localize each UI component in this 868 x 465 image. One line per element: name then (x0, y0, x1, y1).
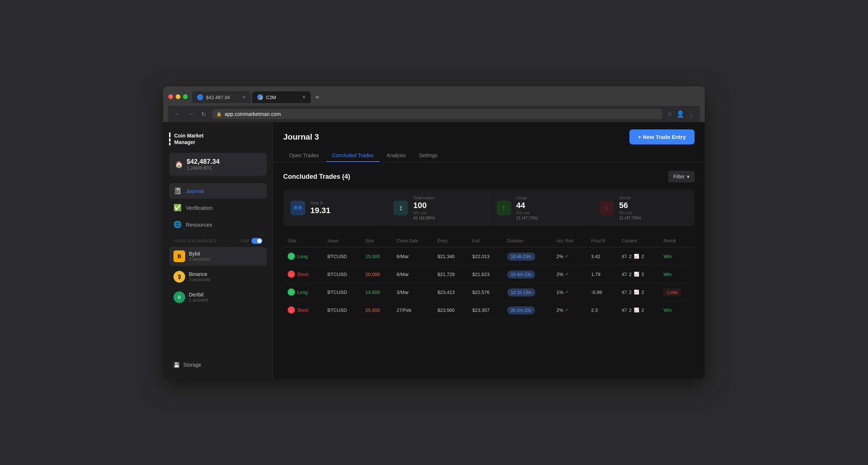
cell-result: Win (659, 247, 695, 265)
cell-result: Win (659, 265, 695, 283)
table-row[interactable]: ↓ Short BTCUSD 25,000 27/Feb $23,560 $23… (283, 301, 695, 319)
trades-table: Side Asset Size Close Date Entry Exit Du… (283, 235, 695, 319)
trades-icon: ↕ (393, 201, 408, 215)
nav-back-button[interactable]: ← (173, 109, 182, 119)
result-badge: Lose (663, 288, 681, 296)
cell-final-r: 2.3 (587, 301, 617, 319)
binance-info: Binance 3 accounts (189, 271, 210, 282)
nav-item-resources[interactable]: 🌐 Resources (169, 217, 267, 232)
rr-value: 19.31 (310, 206, 378, 215)
address-text: app.coinmarketman.com (225, 111, 281, 117)
table-row[interactable]: ↓ Short BTCUSD 20,000 6/Mar $21,729 $21,… (283, 265, 695, 283)
cell-result: Win (659, 301, 695, 319)
table-row[interactable]: ↑ Long BTCUSD 14,500 3/Mar $23,413 $22,5… (283, 283, 695, 301)
page-header: Journal 3 + New Trade Entry (273, 122, 705, 144)
storage-item[interactable]: 💾 Storage (169, 358, 267, 371)
nav-item-verification-label: Verification (186, 205, 213, 211)
exchange-item-deribit[interactable]: D Deribit 1 account (169, 288, 267, 307)
logo-line2: Manager (174, 139, 203, 145)
stat-card-rr: R:R Total R 19.31 (283, 190, 386, 226)
bybit-accounts: 3 accounts (189, 257, 210, 262)
cell-content: 🏷2 📈2 (617, 265, 659, 283)
trades-win-rate-label: Win rate (413, 211, 481, 215)
traffic-lights (168, 94, 188, 99)
longs-label: Longs (516, 196, 584, 200)
address-bar[interactable]: 🔒 app.coinmarketman.com (212, 109, 662, 119)
browser-tab-c2m[interactable]: 🎭 C2M × (252, 91, 311, 103)
logo-icon (169, 132, 171, 145)
maximize-traffic-light[interactable] (183, 94, 188, 99)
browser-tab-price[interactable]: 💙 $42,487.34 × (192, 91, 251, 103)
tag-icon: 🏷 (622, 253, 627, 259)
shorts-win-rate-label: Win rate (619, 211, 687, 215)
longs-value: 44 (516, 201, 584, 210)
tab-c2m-close[interactable]: × (302, 94, 306, 100)
cell-duration: 1d 1h 13m (503, 283, 552, 301)
cell-size: 20,000 (361, 265, 392, 283)
cell-asset: BTCUSD (323, 247, 361, 265)
cell-content: 🏷2 📈2 (617, 301, 659, 319)
sidebar: Coin Market Manager 🏠 $42,487.34 1.24939… (163, 122, 273, 379)
shorts-icon: ↓ (599, 201, 614, 215)
fav-toggle: FAV (241, 238, 262, 244)
logo-bar-2 (169, 138, 171, 142)
menu-icon[interactable]: ⋮ (688, 110, 695, 118)
tag-icon: 🏷 (622, 307, 627, 313)
nav-item-journal-label: Journal (186, 188, 204, 194)
trades-value: 100 (413, 201, 481, 210)
side-icon: ↓ (288, 306, 295, 314)
stats-row: R:R Total R 19.31 ↕ Total trades 100 Win… (283, 190, 695, 226)
cell-asset: BTCUSD (323, 301, 361, 319)
profile-icon[interactable]: 👤 (676, 110, 684, 118)
th-content: Content (617, 235, 659, 247)
lock-icon: 🔒 (216, 111, 222, 117)
tab-analysis[interactable]: Analysis (381, 150, 412, 162)
tab-open-trades[interactable]: Open Trades (283, 150, 325, 162)
nav-item-journal[interactable]: 📓 Journal (169, 183, 267, 199)
tab-price-close[interactable]: × (242, 94, 246, 100)
fav-toggle-switch[interactable] (251, 238, 262, 244)
exchanges-label: YOUR EXCHANGES (173, 239, 217, 243)
cell-final-r: -0.98 (587, 283, 617, 301)
cell-close-date: 8/Mar (392, 247, 433, 265)
journal-icon: 📓 (173, 187, 182, 195)
cell-side: ↑ Long (283, 283, 323, 301)
close-traffic-light[interactable] (168, 94, 173, 99)
minimize-traffic-light[interactable] (176, 94, 180, 99)
shorts-sub: 21 (47.73%) (619, 216, 687, 220)
bookmark-icon[interactable]: ☆ (667, 110, 673, 118)
nav-forward-button[interactable]: → (187, 109, 195, 119)
tab-concluded-trades[interactable]: Concluded Trades (326, 150, 379, 162)
cell-side: ↓ Short (283, 301, 323, 319)
tab-settings[interactable]: Settings (413, 150, 444, 162)
bybit-info: Bybit 3 accounts (189, 251, 210, 262)
cell-close-date: 27/Feb (392, 301, 433, 319)
trades-sub: 42 (42.00%) (413, 216, 481, 220)
table-header: Side Asset Size Close Date Entry Exit Du… (283, 235, 695, 247)
trades-tbody: ↑ Long BTCUSD 15,000 8/Mar $21,340 $22,0… (283, 247, 695, 319)
exchange-item-bybit[interactable]: B Bybit 3 accounts (169, 247, 267, 266)
longs-info: Longs 44 Win rate 21 (47.73%) (516, 196, 584, 220)
th-result: Result (659, 235, 695, 247)
browser-actions: ☆ 👤 ⋮ (667, 110, 695, 118)
home-icon: 🏠 (175, 160, 183, 169)
exchange-item-binance[interactable]: ₿ Binance 3 accounts (169, 267, 267, 286)
app-container: Coin Market Manager 🏠 $42,487.34 1.24939… (163, 122, 705, 379)
bybit-name: Bybit (189, 251, 210, 257)
new-tab-button[interactable]: + (312, 92, 322, 103)
filter-button[interactable]: Filter ▾ (668, 171, 695, 182)
logo-bar-3 (169, 143, 171, 145)
section-header: Concluded Trades (4) Filter ▾ (283, 171, 695, 182)
tag-icon: 🏷 (622, 271, 627, 277)
cell-entry: $23,560 (433, 301, 468, 319)
cell-close-date: 6/Mar (392, 265, 433, 283)
nav-item-verification[interactable]: ✅ Verification (169, 200, 267, 215)
th-duration: Duration (503, 235, 552, 247)
cell-size: 25,000 (361, 301, 392, 319)
balance-card[interactable]: 🏠 $42,487.34 1.24939 BTC (169, 153, 267, 176)
trades-label: Total trades (413, 196, 481, 200)
nav-refresh-button[interactable]: ↻ (200, 109, 207, 119)
resources-icon: 🌐 (173, 220, 182, 228)
new-trade-button[interactable]: + New Trade Entry (629, 129, 695, 144)
table-row[interactable]: ↑ Long BTCUSD 15,000 8/Mar $21,340 $22,0… (283, 247, 695, 265)
